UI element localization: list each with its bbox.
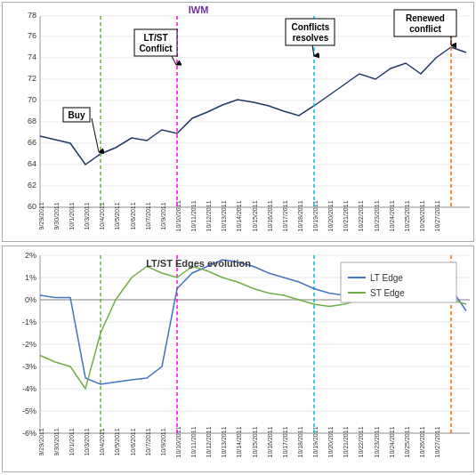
svg-text:10/15/2011: 10/15/2011 xyxy=(252,200,258,231)
svg-text:Renewed: Renewed xyxy=(406,13,445,23)
svg-text:78: 78 xyxy=(28,11,36,20)
svg-text:72: 72 xyxy=(28,74,36,83)
svg-text:10/27/2011: 10/27/2011 xyxy=(434,426,440,457)
svg-text:10/27/2011: 10/27/2011 xyxy=(434,200,440,231)
svg-text:10/24/2011: 10/24/2011 xyxy=(389,200,395,231)
svg-text:10/17/2011: 10/17/2011 xyxy=(282,426,288,457)
svg-text:10/10/2011: 10/10/2011 xyxy=(175,426,182,457)
svg-text:10/6/2011: 10/6/2011 xyxy=(130,202,136,229)
svg-text:10/16/2011: 10/16/2011 xyxy=(267,200,273,231)
svg-text:10/23/2011: 10/23/2011 xyxy=(374,200,380,231)
svg-text:66: 66 xyxy=(28,138,36,147)
svg-text:10/18/2011: 10/18/2011 xyxy=(297,200,303,231)
svg-text:2%: 2% xyxy=(25,251,36,260)
svg-text:10/14/2011: 10/14/2011 xyxy=(236,200,242,231)
svg-text:10/14/2011: 10/14/2011 xyxy=(236,426,242,457)
svg-text:10/6/2011: 10/6/2011 xyxy=(130,428,136,455)
svg-text:10/19/2011: 10/19/2011 xyxy=(312,426,319,457)
svg-text:10/25/2011: 10/25/2011 xyxy=(404,200,410,231)
svg-text:62: 62 xyxy=(28,181,36,189)
svg-text:Conflict: Conflict xyxy=(139,44,173,53)
svg-text:9/29/2011: 9/29/2011 xyxy=(38,428,44,455)
svg-text:1%: 1% xyxy=(25,273,36,282)
svg-text:10/13/2011: 10/13/2011 xyxy=(221,426,227,457)
svg-text:0%: 0% xyxy=(25,295,36,304)
top-chart: 60 62 64 66 68 70 72 74 76 78 9/29/2011 … xyxy=(2,2,474,242)
svg-text:10/18/2011: 10/18/2011 xyxy=(297,426,303,457)
svg-text:10/12/2011: 10/12/2011 xyxy=(206,200,212,231)
svg-text:10/1/2011: 10/1/2011 xyxy=(69,428,75,455)
svg-text:10/1/2011: 10/1/2011 xyxy=(69,202,75,229)
svg-text:74: 74 xyxy=(28,52,36,61)
svg-text:conflict: conflict xyxy=(409,24,441,34)
svg-text:-2%: -2% xyxy=(22,340,36,349)
svg-text:10/4/2011: 10/4/2011 xyxy=(99,202,105,229)
svg-text:9/29/2011: 9/29/2011 xyxy=(38,202,44,229)
svg-text:9/30/2011: 9/30/2011 xyxy=(53,428,60,455)
svg-text:76: 76 xyxy=(28,31,36,40)
iwm-title: IWM xyxy=(189,4,209,15)
main-container: 60 62 64 66 68 70 72 74 76 78 9/29/2011 … xyxy=(0,0,476,475)
svg-text:10/7/2011: 10/7/2011 xyxy=(145,202,151,229)
svg-text:10/23/2011: 10/23/2011 xyxy=(374,426,380,457)
bottom-chart-title: LT/ST Edges evolution xyxy=(146,258,251,269)
svg-text:10/21/2011: 10/21/2011 xyxy=(343,200,349,231)
svg-text:10/9/2011: 10/9/2011 xyxy=(160,202,166,229)
svg-line-55 xyxy=(92,118,99,152)
svg-text:-3%: -3% xyxy=(22,362,36,371)
svg-text:10/16/2011: 10/16/2011 xyxy=(267,426,273,457)
svg-text:10/13/2011: 10/13/2011 xyxy=(221,200,227,231)
svg-text:10/26/2011: 10/26/2011 xyxy=(419,426,425,457)
svg-text:LT/ST: LT/ST xyxy=(143,33,167,43)
svg-text:70: 70 xyxy=(28,95,36,104)
svg-text:10/22/2011: 10/22/2011 xyxy=(358,426,364,457)
svg-text:10/9/2011: 10/9/2011 xyxy=(160,428,166,455)
svg-text:10/24/2011: 10/24/2011 xyxy=(389,426,395,457)
svg-text:10/25/2011: 10/25/2011 xyxy=(404,426,410,457)
svg-line-59 xyxy=(172,56,176,65)
svg-text:10/26/2011: 10/26/2011 xyxy=(419,200,425,231)
svg-text:Conflicts: Conflicts xyxy=(292,22,330,32)
svg-text:68: 68 xyxy=(28,117,36,125)
svg-text:10/15/2011: 10/15/2011 xyxy=(252,426,258,457)
st-edge-legend: ST Edge xyxy=(370,288,405,298)
svg-text:10/11/2011: 10/11/2011 xyxy=(190,200,197,231)
svg-text:10/12/2011: 10/12/2011 xyxy=(206,426,212,457)
svg-text:64: 64 xyxy=(28,159,36,168)
svg-text:-6%: -6% xyxy=(22,429,36,438)
svg-text:9/30/2011: 9/30/2011 xyxy=(53,202,60,229)
svg-text:60: 60 xyxy=(28,202,36,211)
svg-text:10/17/2011: 10/17/2011 xyxy=(282,200,288,231)
bottom-chart: -6% -5% -4% -3% -2% -1% 0% 1% 2% 9/29/20… xyxy=(2,246,474,472)
svg-text:10/3/2011: 10/3/2011 xyxy=(84,202,90,229)
svg-text:10/21/2011: 10/21/2011 xyxy=(343,426,349,457)
svg-text:10/22/2011: 10/22/2011 xyxy=(358,200,364,231)
svg-text:10/4/2011: 10/4/2011 xyxy=(99,428,105,455)
svg-text:10/10/2011: 10/10/2011 xyxy=(175,200,182,231)
svg-text:10/20/2011: 10/20/2011 xyxy=(327,200,334,231)
svg-text:-1%: -1% xyxy=(22,318,36,326)
svg-text:10/11/2011: 10/11/2011 xyxy=(190,426,197,457)
svg-text:10/19/2011: 10/19/2011 xyxy=(312,200,319,231)
lt-edge-legend: LT Edge xyxy=(370,273,403,283)
svg-text:Buy: Buy xyxy=(69,110,85,120)
svg-text:10/20/2011: 10/20/2011 xyxy=(327,426,334,457)
svg-text:10/3/2011: 10/3/2011 xyxy=(84,428,90,455)
svg-text:-4%: -4% xyxy=(22,384,36,393)
svg-text:10/7/2011: 10/7/2011 xyxy=(145,428,151,455)
svg-text:10/5/2011: 10/5/2011 xyxy=(114,428,120,455)
svg-text:10/5/2011: 10/5/2011 xyxy=(114,202,120,229)
svg-text:-5%: -5% xyxy=(22,407,36,415)
svg-text:resolves: resolves xyxy=(293,33,329,43)
